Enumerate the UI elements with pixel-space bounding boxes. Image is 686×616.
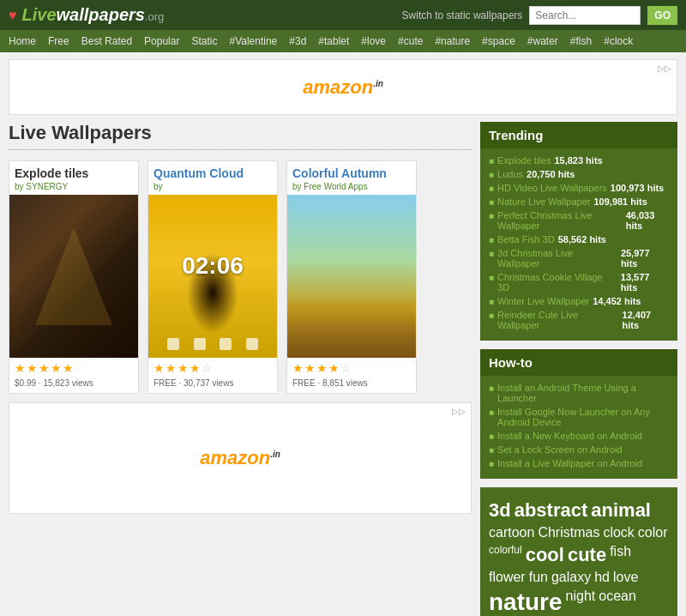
nav-water[interactable]: #water [527,35,558,47]
ad-controls-top[interactable]: ▷▷ [658,63,671,73]
howto-link-1[interactable]: Install Google Now Launcher on Any Andro… [497,407,669,427]
tag-flower[interactable]: flower [489,570,526,585]
trending-link-4[interactable]: Perfect Christmas Live Wallpaper [497,210,623,231]
trending-item-7: ■ Christmas Cookie Village 3D 13,577 hit… [489,272,669,293]
tag-love[interactable]: love [613,570,638,585]
bullet-icon: ■ [489,170,494,179]
nav-fish[interactable]: #fish [570,35,592,47]
trending-item-4: ■ Perfect Christmas Live Wallpaper 46,03… [489,210,669,231]
tag-fun[interactable]: fun [529,570,548,585]
howto-item-2: ■ Install a New Keyboard on Android [489,431,669,441]
tag-abstract[interactable]: abstract [514,499,588,522]
trending-link-1[interactable]: Ludus [497,169,523,179]
phone-icon-3 [220,338,232,350]
trending-hits-9: 12,407 hits [623,310,669,330]
nav-free[interactable]: Free [48,35,69,47]
nav-valentine[interactable]: #Valentine [229,35,277,47]
section-title: Live Wallpapers [9,122,472,150]
card-thumb-explode [9,195,138,358]
nav-clock[interactable]: #clock [604,35,633,47]
star-4: ★ [51,361,62,375]
nav-tablet[interactable]: #tablet [318,35,349,47]
trending-link-2[interactable]: HD Video Live Wallpapers [497,183,607,193]
star-1: ★ [292,361,304,375]
amazon-logo: amazon.in [303,76,383,99]
card-thumb-autumn [287,195,416,358]
trending-link-7[interactable]: Christmas Cookie Village 3D [497,272,617,293]
nav-cute[interactable]: #cute [398,35,423,47]
tag-hd[interactable]: hd [594,570,610,585]
star-3: ★ [316,361,328,375]
phone-icon-4 [246,338,258,350]
go-button[interactable]: GO [647,6,677,25]
howto-link-2[interactable]: Install a New Keyboard on Android [497,431,642,441]
trending-item-2: ■ HD Video Live Wallpapers 100,973 hits [489,183,669,193]
tag-animal[interactable]: animal [591,499,651,522]
card-title-explode: Explode tiles [9,161,138,182]
star-5: ★ [63,361,74,375]
tag-cartoon[interactable]: cartoon [489,525,534,541]
trending-hits-0: 15,823 hits [554,155,602,166]
bullet-icon: ■ [489,459,494,468]
howto-link-3[interactable]: Set a Lock Screen on Android [497,444,623,455]
trending-link-0[interactable]: Explode tiles [497,155,551,166]
tag-night[interactable]: night [566,589,596,616]
tag-ocean[interactable]: ocean [599,589,636,616]
tag-3d[interactable]: 3d [489,499,511,522]
nav-static[interactable]: Static [191,35,217,47]
search-input[interactable] [529,6,641,25]
trending-item-1: ■ Ludus 20,750 hits [489,169,669,179]
tag-nature[interactable]: nature [489,589,563,616]
trending-link-9[interactable]: Reindeer Cute Live Wallpaper [497,310,619,330]
bullet-icon: ■ [489,249,494,258]
bullet-icon: ■ [489,235,494,245]
nav-space[interactable]: #space [482,35,515,47]
card-quantum-cloud[interactable]: Quantum Cloud by ★ [147,160,278,394]
howto-box: How-to ■ Install an Android Theme Using … [480,349,677,479]
trending-link-6[interactable]: 3d Christmas Live Wallpaper [497,248,617,269]
bullet-icon: ■ [489,197,494,207]
phone-bar [148,338,277,350]
howto-link-0[interactable]: Install an Android Theme Using a Launche… [497,383,669,403]
tag-colorful[interactable]: colorful [489,544,522,566]
trending-link-8[interactable]: Winter Live Wallpaper [497,296,589,306]
tag-fish[interactable]: fish [610,544,631,566]
trending-hits-4: 46,033 hits [626,210,669,231]
trending-item-6: ■ 3d Christmas Live Wallpaper 25,977 hit… [489,248,669,269]
header-right: Switch to static wallpapers GO [402,6,677,25]
tag-color[interactable]: color [638,525,668,541]
tag-christmas[interactable]: Christmas [538,525,599,541]
star-4: ★ [190,361,201,375]
header: ♥ Livewallpapers.org Switch to static wa… [0,0,686,30]
nav-bar: Home Free Best Rated Popular Static #Val… [0,30,686,52]
card-explode-tiles[interactable]: Explode tiles by SYNERGY ★ ★ ★ ★ ★ $0.99… [9,160,139,394]
nav-popular[interactable]: Popular [144,35,179,47]
trending-hits-7: 13,577 hits [621,272,669,293]
nav-best-rated[interactable]: Best Rated [81,35,132,47]
trending-item-5: ■ Betta Fish 3D 58,562 hits [489,234,669,245]
nav-3d[interactable]: #3d [289,35,306,47]
star-2: ★ [165,361,177,375]
tags-content: 3d abstract animal cartoon Christmas clo… [489,494,669,616]
card-stars-quantum: ★ ★ ★ ★ ☆ [148,358,277,377]
card-colorful-autumn[interactable]: Colorful Autumn by Free World Apps ★ ★ ★… [286,160,417,394]
nav-home[interactable]: Home [9,35,36,47]
trending-hits-1: 20,750 hits [527,169,575,179]
trending-hits-8: 14,452 hits [593,296,641,306]
howto-link-4[interactable]: Install a Live Wallpaper on Android [497,458,642,468]
bullet-icon: ■ [489,156,494,166]
trending-link-5[interactable]: Betta Fish 3D [497,234,555,245]
trending-hits-3: 109,981 hits [593,196,647,207]
nav-love[interactable]: #love [361,35,386,47]
tag-cool[interactable]: cool [526,544,564,566]
star-5: ☆ [202,361,213,375]
bullet-icon: ■ [489,383,494,393]
star-2: ★ [27,361,38,375]
nav-nature[interactable]: #nature [435,35,470,47]
ad-controls-bottom[interactable]: ▷▷ [452,407,466,416]
tag-clock[interactable]: clock [603,525,634,541]
tag-galaxy[interactable]: galaxy [551,570,591,585]
tag-cute[interactable]: cute [568,544,606,566]
star-4: ★ [328,361,340,375]
trending-link-3[interactable]: Nature Live Wallpaper [497,196,590,207]
